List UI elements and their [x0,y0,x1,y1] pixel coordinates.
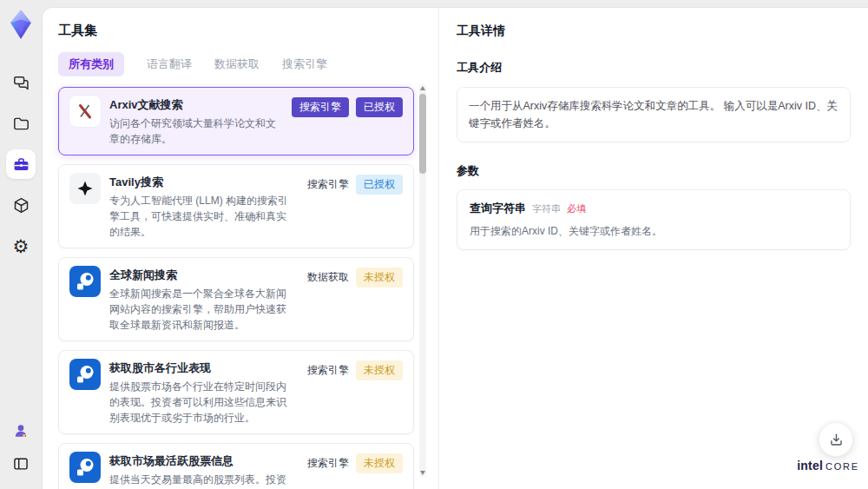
global-news-logo-icon [69,266,101,297]
panel-toggle-icon [12,455,30,472]
stock-api-logo-icon [69,359,101,390]
params-heading: 参数 [457,163,851,179]
param-type: 字符串 [532,202,561,215]
tool-description: 专为人工智能代理 (LLM) 构建的搜索引擎工具，可快速提供实时、准确和真实的结… [109,193,295,240]
arxiv-logo-icon [69,96,101,127]
tool-card-arxiv[interactable]: Arxiv文献搜索 访问各个研究领域大量科学论文和文章的存储库。 搜索引擎 已授… [58,87,414,155]
scroll-up-icon[interactable] [420,86,425,90]
collapse-panel-button[interactable] [6,449,36,479]
tab-language-translation[interactable]: 语言翻译 [147,52,192,76]
tool-name: Tavily搜索 [109,175,295,190]
tool-description: 全球新闻搜索是一个聚合全球各大新闻网站内容的搜索引擎，帮助用户快速获取全球最新资… [109,286,295,333]
tool-list: Arxiv文献搜索 访问各个研究领域大量科学论文和文章的存储库。 搜索引擎 已授… [58,87,414,489]
scrollbar-thumb[interactable] [419,94,426,174]
intro-heading: 工具介绍 [457,60,851,76]
download-icon [828,432,845,448]
main-content: 工具集 所有类别 语言翻译 数据获取 搜索引擎 Arxiv文献搜索 访问各个研究… [42,7,868,489]
stock-api-logo-icon [69,452,101,483]
download-button[interactable] [819,422,853,457]
category-tabs: 所有类别 语言翻译 数据获取 搜索引擎 [58,52,437,76]
tavily-star-icon [69,173,101,204]
gear-icon: ⚙ [13,237,30,255]
param-name: 查询字符串 [470,201,526,216]
toolset-panel: 工具集 所有类别 语言翻译 数据获取 搜索引擎 Arxiv文献搜索 访问各个研究… [43,8,437,489]
tool-intro-text: 一个用于从Arxiv存储库搜索科学论文和文章的工具。 输入可以是Arxiv ID… [469,100,838,129]
scroll-down-icon[interactable] [420,471,425,475]
sidebar-item-chat[interactable] [6,68,36,97]
toolset-title: 工具集 [58,23,437,39]
tool-name: 全球新闻搜索 [109,268,295,283]
brand-intel-text: intel [797,459,823,472]
auth-status-badge: 未授权 [356,268,403,287]
sidebar-item-tools[interactable] [6,149,36,179]
category-label: 搜索引擎 [307,360,349,380]
tool-card-global-news[interactable]: 全球新闻搜索 全球新闻搜索是一个聚合全球各大新闻网站内容的搜索引擎，帮助用户快速… [58,257,414,341]
details-title: 工具详情 [457,23,851,39]
app-sidebar: ⚙ [0,0,42,489]
category-label: 数据获取 [307,268,349,287]
tool-card-active-stocks[interactable]: 获取市场最活跃股票信息 提供当天交易量最高的股票列表。投资者可以利用这些信息来识… [58,443,414,489]
tool-name: Arxiv文献搜索 [109,97,279,113]
tool-card-stock-industry[interactable]: 获取股市各行业表现 提供股票市场各个行业在特定时间段内的表现。投资者可以利用这些… [58,350,414,434]
parameter-box: 查询字符串 字符串 必填 用于搜索的Arxiv ID、关键字或作者姓名。 [457,189,851,250]
tool-name: 获取股市各行业表现 [109,360,295,376]
intel-core-logo: intel core [797,459,859,472]
tool-description: 提供股票市场各个行业在特定时间段内的表现。投资者可以利用这些信息来识别表现优于或… [109,379,295,426]
param-description: 用于搜索的Arxiv ID、关键字或作者姓名。 [470,224,838,239]
tab-all-categories[interactable]: 所有类别 [58,52,124,76]
toolbox-icon [12,155,30,174]
category-label: 搜索引擎 [307,453,349,473]
app-logo-gem-icon [4,7,37,42]
tab-search-engine[interactable]: 搜索引擎 [282,52,327,76]
auth-status-badge: 未授权 [356,360,403,380]
sidebar-item-files[interactable] [6,109,36,138]
tool-description: 访问各个研究领域大量科学论文和文章的存储库。 [109,116,279,147]
auth-status-badge: 已授权 [356,175,403,195]
tab-data-fetch[interactable]: 数据获取 [214,52,260,76]
chat-icon [12,74,30,92]
sidebar-item-plugins[interactable] [6,190,36,220]
category-badge: 搜索引擎 [292,97,349,117]
sidebar-item-settings[interactable]: ⚙ [6,231,36,261]
tool-details-panel: 工具详情 工具介绍 一个用于从Arxiv存储库搜索科学论文和文章的工具。 输入可… [438,8,868,489]
tool-name: 获取市场最活跃股票信息 [109,453,295,469]
auth-status-badge: 未授权 [356,453,403,473]
tool-description: 提供当天交易量最高的股票列表。投资者可以利用这些信息来识别流动性强的股票和潜在的… [109,472,295,489]
tool-card-tavily[interactable]: Tavily搜索 专为人工智能代理 (LLM) 构建的搜索引擎工具，可快速提供实… [58,164,414,248]
user-icon [12,422,30,439]
tool-intro-box: 一个用于从Arxiv存储库搜索科学论文和文章的工具。 输入可以是Arxiv ID… [457,87,851,142]
auth-status-badge: 已授权 [356,97,403,117]
param-required-badge: 必填 [567,202,586,215]
user-profile-button[interactable] [6,416,36,446]
category-label: 搜索引擎 [307,175,349,195]
folder-icon [12,115,30,133]
brand-core-text: core [825,461,859,472]
tool-list-scrollbar[interactable] [419,84,426,477]
cube-icon [12,196,30,215]
